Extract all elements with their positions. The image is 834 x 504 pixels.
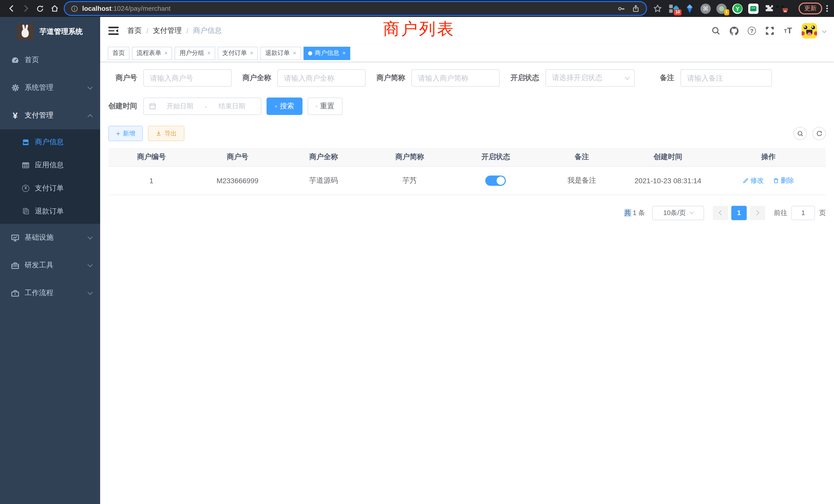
calendar-icon xyxy=(149,102,156,110)
short-name-input[interactable] xyxy=(411,69,500,87)
extensions-puzzle-icon[interactable] xyxy=(764,3,774,14)
back-icon xyxy=(7,4,16,13)
status-select[interactable]: 请选择开启状态 xyxy=(545,69,635,87)
sidebar-item-dev-tools[interactable]: 研发工具 xyxy=(0,251,100,279)
close-icon[interactable]: × xyxy=(207,50,211,56)
table-toolbar: + 新增 导出 xyxy=(108,126,826,141)
chevron-down-icon xyxy=(88,290,93,295)
bookmark-star-button[interactable] xyxy=(651,2,663,15)
search-icon xyxy=(797,130,804,137)
sidebar-item-app-info[interactable]: 应用信息 xyxy=(0,154,100,177)
filter-label-merchant-no: 商户号 xyxy=(108,73,143,83)
filter-label-full-name: 商户全称 xyxy=(242,73,277,83)
tag-home[interactable]: 首页 xyxy=(108,46,129,60)
extension-gem-icon[interactable] xyxy=(684,3,695,14)
sidebar-toggle-button[interactable] xyxy=(108,27,118,35)
col-short-name: 商户简称 xyxy=(367,148,453,166)
sidebar-item-merchant-info[interactable]: 商户信息 xyxy=(0,130,100,154)
start-date-placeholder[interactable]: 开始日期 xyxy=(156,101,204,111)
page-1-button[interactable]: 1 xyxy=(731,206,747,220)
close-icon[interactable]: × xyxy=(164,50,168,56)
extension-tray: 10 ⌘ 1 Y xyxy=(668,3,790,14)
browser-forward-button[interactable] xyxy=(20,2,32,15)
header-search-button[interactable] xyxy=(711,26,721,36)
trash-icon xyxy=(773,177,779,183)
goto-page-input[interactable] xyxy=(791,206,815,220)
close-icon[interactable]: × xyxy=(250,50,254,56)
sidebar-logo[interactable]: 芋道管理系统 xyxy=(0,17,100,46)
sidebar-item-home[interactable]: 首页 xyxy=(0,46,100,74)
fullscreen-button[interactable] xyxy=(765,26,774,36)
extension-blocks-icon[interactable]: 10 xyxy=(668,3,679,14)
toggle-knob xyxy=(497,176,505,184)
breadcrumb-payment[interactable]: 支付管理 xyxy=(153,26,182,36)
tag-refund-order[interactable]: 退款订单× xyxy=(261,46,301,60)
toggle-search-button[interactable] xyxy=(793,127,807,140)
chevron-up-icon xyxy=(88,114,93,119)
add-button[interactable]: + 新增 xyxy=(108,126,143,141)
browser-home-button[interactable] xyxy=(48,2,61,15)
help-icon[interactable]: ? xyxy=(748,27,756,35)
sidebar-item-refund-order[interactable]: 退款订单 xyxy=(0,200,100,223)
delete-button[interactable]: 删除 xyxy=(773,176,794,185)
refresh-table-button[interactable] xyxy=(812,127,826,140)
tag-process-form[interactable]: 流程表单× xyxy=(132,46,172,60)
extension-circle-icon[interactable]: 1 xyxy=(717,3,727,14)
end-date-placeholder[interactable]: 结束日期 xyxy=(208,101,256,111)
export-button[interactable]: 导出 xyxy=(148,126,184,141)
browser-reload-button[interactable] xyxy=(34,2,46,15)
search-icon xyxy=(711,26,720,36)
chevron-down-icon xyxy=(88,262,93,267)
sidebar-item-payment[interactable]: ¥ 支付管理 xyxy=(0,101,100,129)
reset-button[interactable]: 重置 xyxy=(308,97,343,115)
close-icon[interactable]: × xyxy=(293,50,296,56)
share-icon[interactable] xyxy=(632,4,640,13)
full-name-input[interactable] xyxy=(277,69,366,87)
create-time-range-picker[interactable]: 开始日期 - 结束日期 xyxy=(143,97,261,115)
tag-merchant-info[interactable]: 商户信息× xyxy=(304,46,351,60)
url-path: :1024/pay/merchant xyxy=(111,5,171,12)
sidebar-item-label: 基础设施 xyxy=(25,233,53,242)
breadcrumb-separator: / xyxy=(146,27,148,35)
close-icon[interactable]: × xyxy=(343,50,346,56)
breadcrumb-home[interactable]: 首页 xyxy=(127,26,142,36)
tag-user-group[interactable]: 用户分组× xyxy=(175,46,215,60)
sidebar-item-infrastructure[interactable]: 基础设施 xyxy=(0,224,100,251)
github-link-button[interactable] xyxy=(729,26,739,36)
font-size-icon[interactable] xyxy=(783,26,793,36)
merchant-no-input[interactable] xyxy=(143,69,232,87)
sidebar-item-label: 应用信息 xyxy=(35,160,64,169)
prev-page-button[interactable] xyxy=(713,206,728,220)
col-merchant-id: 商户编号 xyxy=(108,148,194,166)
browser-back-button[interactable] xyxy=(5,2,18,15)
edit-button[interactable]: 修改 xyxy=(743,176,764,185)
breadcrumb-separator: / xyxy=(186,27,189,35)
col-status: 开启状态 xyxy=(453,148,539,166)
col-create-time: 创建时间 xyxy=(625,148,711,166)
cell-actions: 修改 删除 xyxy=(711,166,826,194)
password-key-icon[interactable] xyxy=(617,4,626,13)
user-avatar[interactable] xyxy=(802,23,817,39)
chevron-left-icon xyxy=(719,210,724,215)
status-toggle[interactable] xyxy=(486,175,506,186)
user-menu-caret-icon[interactable] xyxy=(822,29,827,33)
sidebar-item-system[interactable]: 系统管理 xyxy=(0,74,100,101)
next-page-button[interactable] xyxy=(750,206,765,220)
profile-avatar[interactable] xyxy=(780,3,790,14)
tag-pay-order[interactable]: 支付订单× xyxy=(218,46,258,60)
search-button[interactable]: 搜索 xyxy=(266,97,303,115)
browser-menu-icon[interactable] xyxy=(824,5,830,12)
page-size-select[interactable]: 10条/页 xyxy=(652,206,704,220)
extension-chat-icon[interactable] xyxy=(748,3,759,14)
sidebar-item-workflow[interactable]: 工作流程 xyxy=(0,279,100,307)
site-info-icon[interactable] xyxy=(71,5,78,12)
remark-input[interactable] xyxy=(680,69,772,87)
screen: localhost:1024/pay/merchant 10 ⌘ xyxy=(0,0,834,504)
active-dot xyxy=(308,51,312,55)
extension-y-icon[interactable]: Y xyxy=(732,3,743,14)
address-bar[interactable]: localhost:1024/pay/merchant xyxy=(65,2,646,15)
extension-command-icon[interactable]: ⌘ xyxy=(701,3,711,14)
sidebar-item-pay-order[interactable]: ¥ 支付订单 xyxy=(0,177,100,200)
update-button[interactable]: 更新 xyxy=(798,3,822,14)
filter-row-1: 商户号 商户全称 商户简称 开启状态 请选择开启状态 xyxy=(108,69,826,87)
